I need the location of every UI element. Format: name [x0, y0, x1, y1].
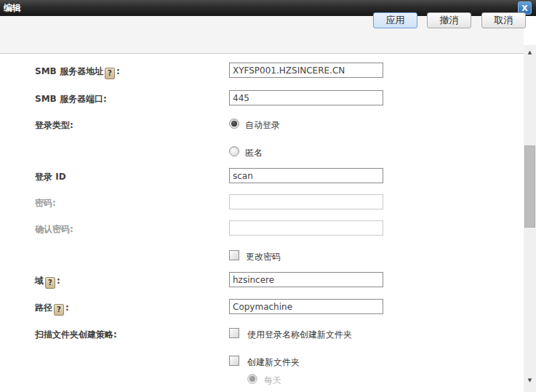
domain-label: 域?:	[35, 275, 60, 289]
apply-button[interactable]: 应用	[373, 12, 417, 28]
every-day-label: 每天	[264, 375, 281, 387]
help-icon[interactable]: ?	[105, 68, 115, 79]
use-login-name-checkbox[interactable]	[229, 328, 239, 338]
confirm-password-input	[229, 220, 383, 236]
scrollbar-thumb[interactable]	[524, 145, 535, 228]
smb-port-input[interactable]	[229, 90, 383, 105]
auto-login-radio[interactable]	[229, 119, 239, 129]
login-type-label: 登录类型:	[35, 119, 73, 132]
change-password-label: 更改密码	[246, 251, 281, 263]
path-label: 路径?:	[35, 302, 69, 316]
password-label: 密码:	[35, 197, 56, 209]
smb-address-label: SMB 服务器地址?:	[35, 65, 120, 79]
anonymous-option-label: 匿名	[245, 147, 263, 159]
undo-button[interactable]: 撤消	[427, 12, 471, 28]
scroll-up-icon[interactable]: ▲	[524, 48, 536, 57]
help-icon[interactable]: ?	[54, 304, 64, 316]
smb-port-label: SMB 服务器端口:	[35, 93, 107, 105]
dialog-title: 编辑	[4, 0, 21, 16]
path-input[interactable]	[229, 299, 383, 314]
create-new-folder-label: 创建新文件夹	[247, 356, 300, 369]
anonymous-radio[interactable]	[229, 146, 239, 156]
folder-policy-label: 扫描文件夹创建策略:	[35, 329, 117, 341]
domain-input[interactable]	[229, 272, 383, 287]
scroll-down-icon[interactable]: ▼	[524, 376, 536, 385]
create-new-folder-checkbox[interactable]	[229, 356, 239, 366]
smb-address-input[interactable]	[229, 63, 383, 78]
every-day-radio	[247, 374, 257, 384]
help-icon[interactable]: ?	[45, 277, 55, 289]
auto-login-option-label: 自动登录	[245, 119, 280, 132]
vertical-scrollbar[interactable]: ▲ ▼	[524, 45, 536, 392]
use-login-name-label: 使用登录名称创建新文件夹	[247, 329, 352, 341]
login-id-label: 登录 ID	[35, 171, 66, 183]
edit-dialog: 编辑 X 应用 撤消 取消 SMB 服务器地址?: SMB 服务器端口: 登录类…	[0, 0, 536, 392]
cancel-button[interactable]: 取消	[481, 12, 526, 28]
password-input	[229, 194, 383, 209]
confirm-password-label: 确认密码:	[35, 223, 73, 236]
change-password-checkbox[interactable]	[229, 250, 239, 260]
login-id-input[interactable]	[229, 168, 383, 183]
